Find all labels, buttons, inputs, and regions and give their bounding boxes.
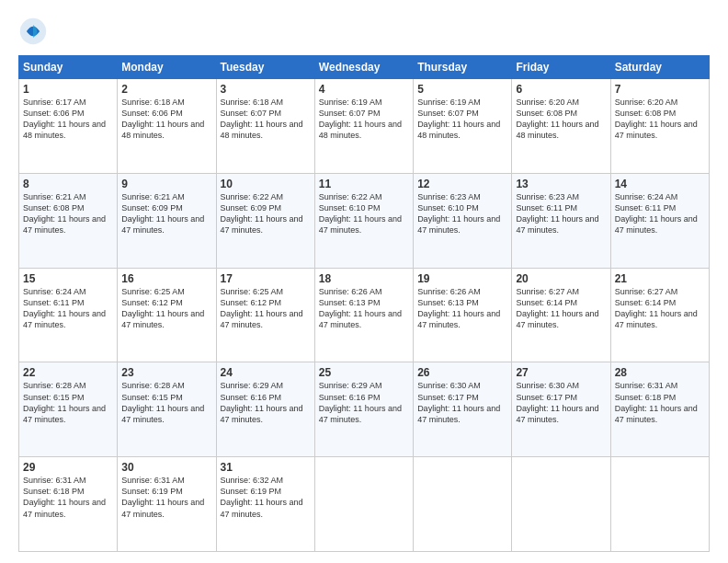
calendar-cell: 25Sunrise: 6:29 AMSunset: 6:16 PMDayligh… <box>314 362 413 457</box>
day-info: Sunrise: 6:27 AMSunset: 6:14 PMDaylight:… <box>615 286 705 331</box>
day-info: Sunrise: 6:23 AMSunset: 6:11 PMDaylight:… <box>516 191 606 236</box>
day-info: Sunrise: 6:27 AMSunset: 6:14 PMDaylight:… <box>516 286 606 331</box>
day-number: 2 <box>121 83 211 96</box>
day-number: 4 <box>319 83 409 96</box>
calendar-cell: 1Sunrise: 6:17 AMSunset: 6:06 PMDaylight… <box>19 79 118 174</box>
day-number: 1 <box>23 83 113 96</box>
day-number: 21 <box>615 272 705 285</box>
calendar-cell: 23Sunrise: 6:28 AMSunset: 6:15 PMDayligh… <box>118 362 216 457</box>
logo-icon <box>18 17 48 46</box>
day-info: Sunrise: 6:24 AMSunset: 6:11 PMDaylight:… <box>615 191 705 236</box>
day-info: Sunrise: 6:19 AMSunset: 6:07 PMDaylight:… <box>319 97 409 142</box>
calendar-cell: 18Sunrise: 6:26 AMSunset: 6:13 PMDayligh… <box>314 268 413 362</box>
day-number: 25 <box>319 366 409 379</box>
day-info: Sunrise: 6:30 AMSunset: 6:17 PMDaylight:… <box>417 380 507 425</box>
calendar-cell <box>314 457 413 552</box>
calendar-cell: 11Sunrise: 6:22 AMSunset: 6:10 PMDayligh… <box>314 173 413 268</box>
day-number: 12 <box>417 178 507 190</box>
weekday-header: Wednesday <box>314 56 413 79</box>
calendar-cell: 6Sunrise: 6:20 AMSunset: 6:08 PMDaylight… <box>512 79 610 174</box>
calendar-cell: 28Sunrise: 6:31 AMSunset: 6:18 PMDayligh… <box>610 362 709 457</box>
day-info: Sunrise: 6:21 AMSunset: 6:09 PMDaylight:… <box>121 191 211 236</box>
day-info: Sunrise: 6:26 AMSunset: 6:13 PMDaylight:… <box>417 286 507 331</box>
calendar-cell: 27Sunrise: 6:30 AMSunset: 6:17 PMDayligh… <box>512 362 610 457</box>
calendar-cell: 12Sunrise: 6:23 AMSunset: 6:10 PMDayligh… <box>414 173 512 268</box>
day-info: Sunrise: 6:31 AMSunset: 6:18 PMDaylight:… <box>23 475 113 520</box>
calendar-week-row: 29Sunrise: 6:31 AMSunset: 6:18 PMDayligh… <box>19 457 710 552</box>
calendar-cell: 19Sunrise: 6:26 AMSunset: 6:13 PMDayligh… <box>414 268 512 362</box>
weekday-header: Sunday <box>19 56 118 79</box>
weekday-header: Thursday <box>414 56 512 79</box>
day-info: Sunrise: 6:18 AMSunset: 6:06 PMDaylight:… <box>121 97 211 142</box>
calendar-week-row: 8Sunrise: 6:21 AMSunset: 6:08 PMDaylight… <box>19 173 710 268</box>
day-number: 13 <box>516 178 606 190</box>
day-info: Sunrise: 6:26 AMSunset: 6:13 PMDaylight:… <box>319 286 409 331</box>
day-number: 14 <box>615 178 705 190</box>
logo <box>18 17 51 46</box>
day-info: Sunrise: 6:28 AMSunset: 6:15 PMDaylight:… <box>23 380 113 425</box>
day-number: 6 <box>516 83 606 96</box>
page: SundayMondayTuesdayWednesdayThursdayFrid… <box>0 0 728 563</box>
day-info: Sunrise: 6:20 AMSunset: 6:08 PMDaylight:… <box>615 97 705 142</box>
calendar-cell: 30Sunrise: 6:31 AMSunset: 6:19 PMDayligh… <box>118 457 216 552</box>
day-info: Sunrise: 6:29 AMSunset: 6:16 PMDaylight:… <box>319 380 409 425</box>
day-info: Sunrise: 6:22 AMSunset: 6:10 PMDaylight:… <box>319 191 409 236</box>
day-number: 22 <box>23 366 113 379</box>
day-number: 16 <box>121 272 211 285</box>
day-number: 5 <box>417 83 507 96</box>
day-info: Sunrise: 6:25 AMSunset: 6:12 PMDaylight:… <box>121 286 211 331</box>
day-number: 18 <box>319 272 409 285</box>
day-info: Sunrise: 6:21 AMSunset: 6:08 PMDaylight:… <box>23 191 113 236</box>
calendar-cell: 17Sunrise: 6:25 AMSunset: 6:12 PMDayligh… <box>216 268 314 362</box>
calendar-cell: 8Sunrise: 6:21 AMSunset: 6:08 PMDaylight… <box>19 173 118 268</box>
calendar-cell: 7Sunrise: 6:20 AMSunset: 6:08 PMDaylight… <box>610 79 709 174</box>
day-number: 9 <box>121 178 211 190</box>
day-number: 3 <box>221 83 311 96</box>
calendar-cell: 20Sunrise: 6:27 AMSunset: 6:14 PMDayligh… <box>512 268 610 362</box>
day-number: 30 <box>121 461 211 474</box>
weekday-header: Tuesday <box>216 56 314 79</box>
calendar-cell: 9Sunrise: 6:21 AMSunset: 6:09 PMDaylight… <box>118 173 216 268</box>
day-info: Sunrise: 6:19 AMSunset: 6:07 PMDaylight:… <box>417 97 507 142</box>
weekday-header: Friday <box>512 56 610 79</box>
calendar-cell: 24Sunrise: 6:29 AMSunset: 6:16 PMDayligh… <box>216 362 314 457</box>
day-info: Sunrise: 6:28 AMSunset: 6:15 PMDaylight:… <box>121 380 211 425</box>
day-number: 23 <box>121 366 211 379</box>
calendar-cell <box>414 457 512 552</box>
day-number: 7 <box>615 83 705 96</box>
calendar-cell <box>610 457 709 552</box>
calendar-cell: 5Sunrise: 6:19 AMSunset: 6:07 PMDaylight… <box>414 79 512 174</box>
day-number: 31 <box>221 461 311 474</box>
calendar-cell <box>512 457 610 552</box>
day-number: 15 <box>23 272 113 285</box>
calendar-cell: 14Sunrise: 6:24 AMSunset: 6:11 PMDayligh… <box>610 173 709 268</box>
day-number: 8 <box>23 178 113 190</box>
calendar-cell: 29Sunrise: 6:31 AMSunset: 6:18 PMDayligh… <box>19 457 118 552</box>
weekday-header: Monday <box>118 56 216 79</box>
day-info: Sunrise: 6:30 AMSunset: 6:17 PMDaylight:… <box>516 380 606 425</box>
day-info: Sunrise: 6:31 AMSunset: 6:18 PMDaylight:… <box>615 380 705 425</box>
day-info: Sunrise: 6:32 AMSunset: 6:19 PMDaylight:… <box>221 475 311 520</box>
day-number: 28 <box>615 366 705 379</box>
day-number: 20 <box>516 272 606 285</box>
calendar-cell: 4Sunrise: 6:19 AMSunset: 6:07 PMDaylight… <box>314 79 413 174</box>
calendar-header-row: SundayMondayTuesdayWednesdayThursdayFrid… <box>19 56 710 79</box>
day-info: Sunrise: 6:31 AMSunset: 6:19 PMDaylight:… <box>121 475 211 520</box>
day-number: 10 <box>221 178 311 190</box>
day-info: Sunrise: 6:17 AMSunset: 6:06 PMDaylight:… <box>23 97 113 142</box>
day-info: Sunrise: 6:24 AMSunset: 6:11 PMDaylight:… <box>23 286 113 331</box>
day-number: 26 <box>417 366 507 379</box>
day-number: 29 <box>23 461 113 474</box>
day-info: Sunrise: 6:20 AMSunset: 6:08 PMDaylight:… <box>516 97 606 142</box>
calendar-week-row: 15Sunrise: 6:24 AMSunset: 6:11 PMDayligh… <box>19 268 710 362</box>
weekday-header: Saturday <box>610 56 709 79</box>
header <box>18 17 710 46</box>
calendar-week-row: 1Sunrise: 6:17 AMSunset: 6:06 PMDaylight… <box>19 79 710 174</box>
day-info: Sunrise: 6:22 AMSunset: 6:09 PMDaylight:… <box>221 191 311 236</box>
day-number: 27 <box>516 366 606 379</box>
calendar-cell: 26Sunrise: 6:30 AMSunset: 6:17 PMDayligh… <box>414 362 512 457</box>
calendar-cell: 31Sunrise: 6:32 AMSunset: 6:19 PMDayligh… <box>216 457 314 552</box>
calendar-cell: 10Sunrise: 6:22 AMSunset: 6:09 PMDayligh… <box>216 173 314 268</box>
day-number: 11 <box>319 178 409 190</box>
calendar-cell: 2Sunrise: 6:18 AMSunset: 6:06 PMDaylight… <box>118 79 216 174</box>
